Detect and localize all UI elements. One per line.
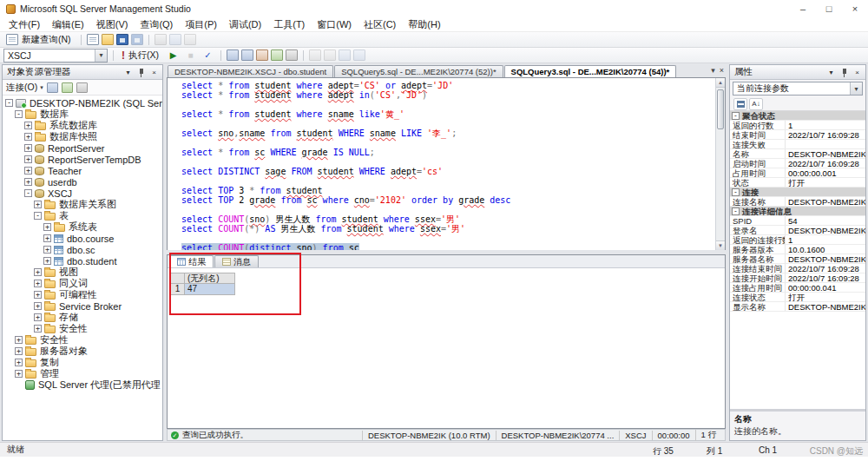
results-row[interactable]: 147	[170, 284, 725, 295]
tree-item[interactable]: SQL Server 代理(已禁用代理 XP)	[3, 379, 162, 391]
tree-expander-icon[interactable]: -	[34, 212, 42, 220]
tree-item[interactable]: +服务器对象	[3, 346, 162, 357]
document-tab[interactable]: SQLQuery3.sql - DE...ME2IK\20774 (54))*	[504, 65, 677, 77]
tree-item[interactable]: +同义词	[3, 278, 162, 289]
save-all-icon[interactable]	[131, 34, 143, 45]
include-actual-plan-icon[interactable]	[271, 49, 283, 61]
menu-item[interactable]: 文件(F)	[3, 17, 46, 32]
tree-expander-icon[interactable]: +	[43, 246, 51, 254]
property-row[interactable]: 连接开始时间2022/10/7 16:09:28	[730, 273, 865, 283]
code-line[interactable]	[181, 119, 715, 128]
code-line[interactable]	[181, 138, 715, 148]
tree-expander-icon[interactable]: -	[15, 110, 23, 118]
code-line[interactable]: select * from student where sname like'黄…	[181, 109, 715, 119]
filter-icon[interactable]	[76, 82, 88, 93]
tree-expander-icon[interactable]: +	[43, 257, 51, 265]
property-row[interactable]: 名称DESKTOP-NBME2IK	[730, 149, 865, 159]
property-row[interactable]: 结束时间2022/10/7 16:09:28	[730, 130, 865, 140]
uncomment-icon[interactable]	[324, 49, 336, 61]
tree-item[interactable]: -XSCJ	[3, 188, 162, 199]
tree-item[interactable]: +可编程性	[3, 289, 162, 300]
code-line[interactable]	[181, 205, 715, 214]
code-line[interactable]: select * from student where adept='CS' o…	[181, 81, 715, 90]
tree-item[interactable]: +Service Broker	[3, 300, 162, 312]
tree-expander-icon[interactable]: +	[24, 167, 32, 175]
tree-item[interactable]: +ReportServer	[3, 142, 162, 154]
tree-expander-icon[interactable]: +	[34, 313, 42, 321]
property-row[interactable]: 连接结束时间2022/10/7 16:09:28	[730, 264, 865, 273]
active-files-icon[interactable]: ▾	[711, 66, 715, 75]
tree-item[interactable]: +dbo.student	[3, 255, 162, 267]
column-header[interactable]: (无列名)	[185, 273, 235, 284]
tree-item[interactable]: +系统表	[3, 221, 162, 233]
tree-expander-icon[interactable]: +	[15, 347, 23, 355]
tree-item[interactable]: +userdb	[3, 176, 162, 188]
property-row[interactable]: 启动时间2022/10/7 16:09:28	[730, 159, 865, 168]
collapse-icon[interactable]: -	[732, 207, 740, 215]
property-row[interactable]: 返回的连接行数1	[730, 235, 865, 245]
cut-icon[interactable]	[169, 34, 181, 45]
property-row[interactable]: 连接名称DESKTOP-NBME2IK...	[730, 197, 865, 207]
property-row[interactable]: 连接失败	[730, 140, 865, 149]
connect-button[interactable]: 连接(O) ▾	[6, 82, 43, 94]
property-row[interactable]: 服务器版本10.0.1600	[730, 245, 865, 254]
property-row[interactable]: 服务器名称DESKTOP-NBME2IK	[730, 254, 865, 264]
tree-expander-icon[interactable]: +	[24, 178, 32, 186]
menu-item[interactable]: 调试(D)	[223, 17, 267, 32]
maximize-button[interactable]: □	[816, 0, 842, 17]
menu-item[interactable]: 窗口(W)	[311, 17, 358, 32]
tree-expander-icon[interactable]: +	[15, 336, 23, 344]
scrollbar-thumb[interactable]	[717, 89, 724, 129]
tree-item[interactable]: +dbo.sc	[3, 244, 162, 255]
property-row[interactable]: 状态打开	[730, 178, 865, 188]
editor-scrollbar[interactable]: ▲ ▼	[715, 78, 725, 250]
properties-object-selector[interactable]: 当前连接参数 ▾	[733, 82, 863, 95]
results-to-text-icon[interactable]	[227, 49, 239, 61]
new-query-button[interactable]: 新建查询(N)	[3, 33, 76, 47]
tree-item[interactable]: +系统数据库	[3, 120, 162, 131]
tree-expander-icon[interactable]: +	[43, 223, 51, 231]
pin-icon[interactable]	[838, 67, 850, 78]
tree-item[interactable]: +ReportServerTempDB	[3, 154, 162, 165]
tree-item[interactable]: -DESKTOP-NBME2IK (SQL Server 10.0.160...	[3, 97, 162, 109]
property-row[interactable]: SPID54	[730, 216, 865, 226]
tree-item[interactable]: +Teacher	[3, 165, 162, 176]
execute-button[interactable]: ! 执行(X)	[119, 49, 163, 63]
tree-item[interactable]: +数据库快照	[3, 131, 162, 142]
menu-item[interactable]: 查询(Q)	[134, 17, 179, 32]
menu-item[interactable]: 编辑(E)	[46, 17, 90, 32]
copy-icon[interactable]	[184, 34, 196, 45]
property-row[interactable]: 占用时间00:00:00.001	[730, 168, 865, 178]
tree-item[interactable]: +复制	[3, 357, 162, 368]
code-line[interactable]: select * from sc WHERE grade IS NULL;	[181, 148, 715, 157]
minimize-button[interactable]: –	[790, 0, 816, 17]
scroll-up-icon[interactable]: ▲	[716, 78, 725, 88]
save-icon[interactable]	[116, 34, 128, 45]
tree-expander-icon[interactable]: -	[5, 99, 13, 107]
property-row[interactable]: 返回的行数1	[730, 121, 865, 130]
tree-expander-icon[interactable]: +	[34, 201, 42, 208]
code-line[interactable]: select TOP 2 grade from sc where cno='21…	[181, 195, 715, 205]
stop-button[interactable]: ■	[183, 49, 198, 62]
code-line[interactable]: select COUNT(*) AS 男生人数 from student whe…	[181, 224, 715, 234]
comment-icon[interactable]	[309, 49, 321, 61]
tree-expander-icon[interactable]: +	[34, 268, 42, 276]
close-icon[interactable]: ×	[148, 67, 160, 78]
results-to-grid-icon[interactable]	[241, 49, 253, 61]
tree-expander-icon[interactable]: -	[24, 189, 32, 197]
print-icon[interactable]	[155, 34, 167, 45]
window-menu-icon[interactable]: ▾	[122, 67, 134, 78]
tree-expander-icon[interactable]: +	[15, 359, 23, 366]
tree-item[interactable]: +dbo.course	[3, 233, 162, 244]
parse-button[interactable]: ✓	[201, 49, 215, 62]
row-number[interactable]: 1	[170, 284, 185, 295]
code-line[interactable]: select COUNT(sno) 男生人数 from student wher…	[181, 214, 715, 224]
tree-item[interactable]: +安全性	[3, 323, 162, 334]
property-row[interactable]: 连接占用时间00:00:00.041	[730, 283, 865, 293]
scroll-down-icon[interactable]: ▼	[716, 240, 725, 250]
code-line[interactable]: select COUNT(distinct sno) from sc	[181, 243, 715, 250]
results-to-file-icon[interactable]	[256, 49, 268, 61]
tree-expander-icon[interactable]: +	[24, 155, 32, 163]
window-menu-icon[interactable]: ▾	[825, 67, 837, 78]
include-client-stats-icon[interactable]	[286, 49, 298, 61]
